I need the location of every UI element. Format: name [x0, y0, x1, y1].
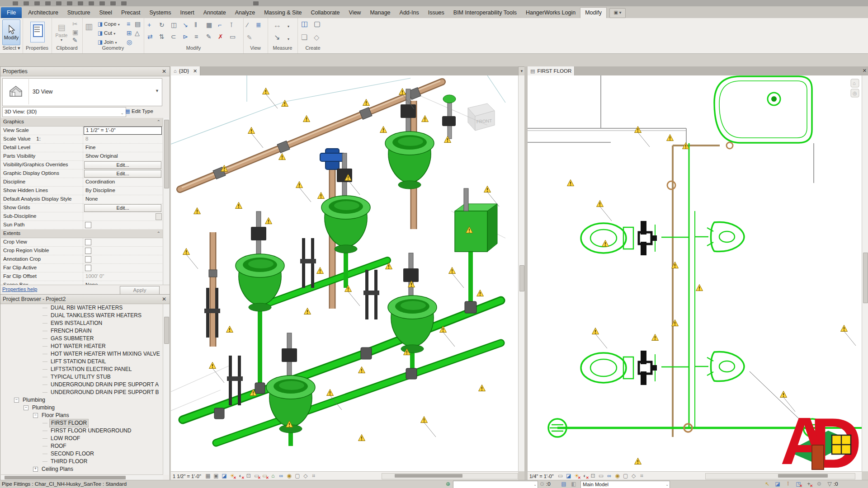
warning-icon[interactable]	[363, 99, 370, 106]
warning-icon[interactable]	[422, 116, 429, 122]
tab-massing-site[interactable]: Massing & Site	[259, 8, 306, 18]
tree-item-typical-utility-stub[interactable]: TYPICAL UTILITY STUB	[1, 373, 163, 381]
prop-value[interactable]: 1000' 0"	[83, 272, 163, 281]
tab-first-floor[interactable]: ▤ FIRST FLOOR	[528, 66, 575, 75]
properties-palette-button[interactable]	[30, 22, 45, 42]
measure-dropdown[interactable]: ▾	[288, 24, 289, 28]
active-workset-combo[interactable]: ⌄	[453, 481, 538, 488]
warning-icon[interactable]	[265, 218, 272, 224]
project-browser-vscrollbar[interactable]	[163, 304, 169, 475]
measure-icon[interactable]: ↔	[273, 22, 281, 28]
qat-icon[interactable]	[24, 1, 29, 5]
panel-properties[interactable]: Properties	[23, 45, 52, 52]
wall-fixture-plan[interactable]	[707, 222, 744, 251]
prop-value[interactable]: Fine	[83, 144, 163, 152]
tree-item-plumbing[interactable]: −Plumbing	[1, 404, 163, 412]
unjoin-icon[interactable]: ⊞	[127, 30, 132, 36]
design-options-icon[interactable]: ◧	[570, 480, 578, 488]
prop-value[interactable]: By Discipline	[83, 187, 163, 195]
prop-value[interactable]: 8	[83, 135, 163, 143]
qat-icon[interactable]	[13, 1, 18, 5]
warning-icon[interactable]	[477, 290, 484, 296]
beam-coping-icon[interactable]: ≡	[127, 21, 130, 27]
create-assembly-icon[interactable]: ❏	[301, 34, 307, 41]
view-scale-control[interactable]: 1/4" = 1'-0"	[528, 474, 556, 479]
qat-icon[interactable]	[121, 1, 127, 5]
warning-icon[interactable]	[359, 435, 365, 441]
close-icon[interactable]: ✕	[160, 68, 168, 75]
project-browser-header[interactable]: Project Browser - Project2 ✕	[0, 295, 170, 304]
tab-issues[interactable]: Issues	[424, 8, 449, 18]
warning-icon[interactable]	[296, 182, 303, 188]
tree-item-hot-water-heater-with-mixing-valve[interactable]: HOT WATER HEATER WITH MIXING VALVE	[1, 350, 163, 358]
shower-unit[interactable]	[714, 76, 812, 143]
annotation-crop-icon[interactable]: ▭✕	[261, 473, 269, 479]
tree-item-roof[interactable]: ROOF	[1, 442, 163, 450]
rotate-icon[interactable]: ↻	[159, 22, 165, 28]
show-crop-region-icon[interactable]: ▭	[598, 473, 605, 479]
displaced-elements-icon[interactable]: ◇	[302, 473, 309, 479]
toilet-plan[interactable]	[581, 223, 633, 253]
warning-icon[interactable]	[248, 127, 255, 134]
prop-value[interactable]	[83, 238, 163, 246]
warning-icon[interactable]	[667, 135, 674, 141]
plan-vscrollbar[interactable]	[862, 75, 868, 471]
project-browser-hscrollbar[interactable]	[1, 474, 163, 480]
tree-item-french-drain[interactable]: FRENCH DRAIN	[1, 327, 163, 335]
checkbox[interactable]	[85, 265, 91, 271]
tree-item-liftstation-electric-panel[interactable]: LIFTSTATION ELECTRIC PANEL	[1, 366, 163, 373]
plan-view-canvas[interactable]: ⌂ ◎	[528, 75, 862, 471]
match-icon[interactable]: ≡	[194, 33, 198, 40]
navigation-bar[interactable]: ⌂ ◎	[851, 79, 859, 97]
warning-icon[interactable]	[304, 308, 311, 314]
detail-level-icon[interactable]: ▭	[557, 473, 564, 479]
tree-item-dual-rbi-water-heaters[interactable]: DUAL RBI WATER HEATERS	[1, 304, 163, 312]
tab-precast[interactable]: Precast	[117, 8, 145, 18]
warning-icon[interactable]	[567, 180, 574, 186]
demolish-icon[interactable]: △	[135, 30, 140, 36]
pipe-carrier[interactable]	[363, 270, 379, 319]
prop-value[interactable]	[83, 212, 163, 221]
tree-item-ews-installation[interactable]: EWS INSTALLATION	[1, 319, 163, 327]
wall-opening-icon[interactable]: ▤	[135, 21, 141, 27]
tree-item-first-floor[interactable]: FIRST FLOOR	[1, 419, 163, 427]
checkbox[interactable]	[85, 248, 91, 254]
qat-icon[interactable]	[99, 1, 105, 5]
prop-value[interactable]	[83, 221, 163, 229]
show-crop-region-icon[interactable]: ▭✕	[253, 473, 260, 479]
shadows-icon[interactable]: ◐✕	[237, 473, 244, 479]
warning-icon[interactable]	[696, 285, 703, 291]
tab-file[interactable]: File	[1, 7, 22, 18]
create-group-icon[interactable]: ◫	[301, 21, 308, 27]
edit-icon[interactable]: ✎	[206, 33, 212, 40]
tab-architecture[interactable]: Architecture	[24, 8, 63, 18]
warning-icon[interactable]	[421, 417, 428, 423]
thin-lines-icon[interactable]: ∕	[247, 22, 248, 28]
view-scale-icon[interactable]: ▦	[204, 473, 212, 479]
checkbox[interactable]	[85, 222, 91, 228]
temporary-hide-isolate-icon[interactable]: ∞	[606, 473, 613, 479]
sun-path-icon[interactable]: ☀✕	[573, 473, 580, 479]
toilet-3d[interactable]	[266, 333, 315, 433]
flush-valve-plan[interactable]	[639, 351, 657, 385]
view-selector-combo[interactable]: 3D View: {3D} ⌄	[2, 107, 126, 117]
warning-icon[interactable]	[780, 391, 787, 398]
collapse-icon[interactable]: −	[33, 413, 38, 418]
tree-item-gas-submeter[interactable]: GAS SUBMETER	[1, 335, 163, 343]
warning-icon[interactable]	[236, 202, 242, 209]
warning-icon[interactable]	[327, 389, 334, 396]
drag-on-selection-icon[interactable]: +✕	[805, 480, 813, 488]
qat-icon[interactable]	[78, 1, 83, 5]
prop-value[interactable]	[83, 247, 163, 255]
cope-button[interactable]: ◨ Cope ▾	[98, 21, 120, 27]
flush-valve-plan[interactable]	[639, 221, 657, 255]
warning-icon[interactable]	[183, 249, 190, 255]
modify-tool-button[interactable]: Modify	[2, 19, 20, 45]
array-icon[interactable]: ▦	[206, 22, 212, 28]
green-pipe-network[interactable]	[183, 251, 501, 446]
prop-value[interactable]: None	[83, 195, 163, 203]
close-icon[interactable]: ✕	[160, 296, 168, 303]
tab-systems[interactable]: Systems	[145, 8, 175, 18]
temporary-view-properties-icon[interactable]: ▢	[294, 473, 301, 479]
browse-button[interactable]	[156, 213, 162, 220]
